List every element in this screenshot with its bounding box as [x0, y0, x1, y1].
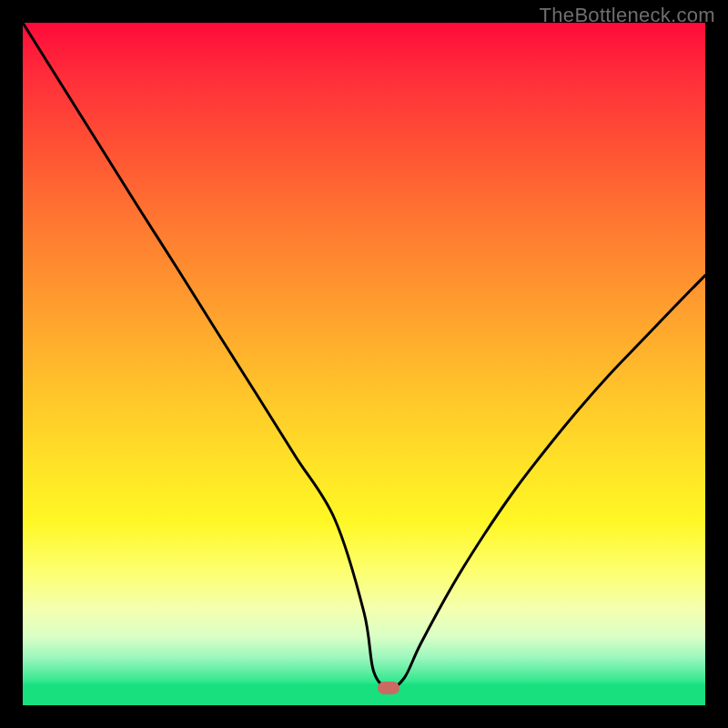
watermark-text: TheBottleneck.com	[540, 4, 715, 27]
optimal-marker	[378, 682, 399, 694]
curve-path	[23, 23, 705, 688]
plot-area	[23, 23, 705, 705]
chart-frame: TheBottleneck.com	[0, 0, 728, 728]
bottleneck-curve	[23, 23, 705, 705]
